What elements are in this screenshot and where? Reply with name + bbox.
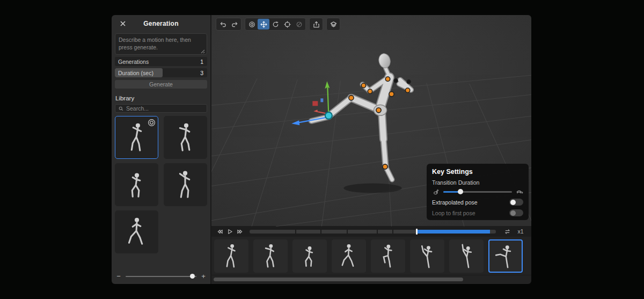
generation-panel: Generation Describe a motion here, then … (112, 15, 211, 284)
motion-thumbnail (124, 168, 150, 201)
timeline-frame[interactable] (332, 239, 366, 273)
timeline-playhead[interactable] (416, 229, 418, 235)
redo-icon[interactable] (229, 19, 240, 30)
timeline-segment-divider (320, 230, 321, 234)
rabbit-icon (432, 188, 440, 195)
library-item[interactable] (164, 116, 207, 159)
library-grid (115, 116, 207, 253)
transition-duration-slider-row (432, 188, 523, 195)
timeline-frame[interactable] (214, 239, 248, 273)
move-tool-icon[interactable] (258, 19, 269, 30)
play-button[interactable] (226, 228, 234, 236)
loop-first-pose-label: Loop to first pose (432, 210, 475, 216)
library-item[interactable] (115, 116, 158, 159)
generations-label: Generations (115, 59, 149, 65)
layers-icon[interactable] (327, 19, 339, 30)
duration-value: 3 (200, 70, 207, 76)
timeline-frame[interactable] (488, 239, 523, 273)
timeline-segment-divider (295, 230, 296, 234)
playback-speed[interactable]: x1 (514, 228, 527, 235)
loop-first-pose-toggle[interactable] (509, 209, 523, 216)
duration-field[interactable]: Duration (sec) 3 (115, 68, 207, 77)
viewport-toolbar (216, 18, 340, 31)
transition-duration-slider[interactable] (443, 191, 512, 193)
frame-thumbnail (259, 242, 282, 270)
search-icon (119, 106, 123, 111)
timeline-segment-divider (377, 230, 378, 234)
zoom-slider[interactable] (126, 276, 196, 277)
generation-panel-header: Generation (115, 15, 207, 32)
undo-icon[interactable] (217, 19, 229, 30)
timeline-hscroll-thumb[interactable] (214, 278, 463, 281)
loop-first-pose-row: Loop to first pose (432, 209, 523, 216)
motion-thumbnail (173, 121, 199, 154)
generations-value: 1 (200, 59, 207, 65)
motion-thumbnail (124, 121, 150, 154)
library-zoom-control: − + (116, 273, 206, 280)
zoom-slider-thumb[interactable] (190, 274, 195, 279)
transition-duration-label: Transition Duration (432, 179, 523, 186)
timeline-frame[interactable] (292, 239, 327, 273)
generate-button[interactable]: Generate (115, 80, 207, 89)
timeline-scrubber[interactable] (250, 230, 496, 234)
timeline-frame[interactable] (410, 239, 444, 273)
zoom-out-button[interactable]: − (116, 273, 121, 280)
turtle-icon (516, 188, 523, 195)
pivot-target-icon[interactable] (281, 19, 293, 30)
timeline-segment-divider (347, 230, 348, 234)
extrapolated-pose-toggle[interactable] (509, 199, 523, 206)
gizmo-blue-plane-handle[interactable] (320, 98, 323, 102)
extrapolated-pose-row: Extrapolated pose (432, 199, 523, 206)
frames-strip (211, 237, 531, 275)
library-item[interactable] (164, 163, 207, 206)
search-input[interactable]: Search... (115, 104, 207, 113)
fast-forward-button[interactable] (236, 228, 244, 236)
gizmo-y-axis[interactable] (327, 87, 328, 115)
frame-thumbnail (298, 242, 321, 270)
timeline-segment-divider (392, 230, 393, 234)
motion-thumbnail (173, 168, 199, 201)
panel-title: Generation (143, 20, 178, 27)
motion-thumbnail (124, 215, 150, 249)
loop-toggle-icon[interactable] (502, 227, 512, 236)
timeline-frame[interactable] (253, 239, 288, 273)
character-shadow (343, 184, 401, 193)
frame-thumbnail (220, 242, 243, 270)
frame-thumbnail (455, 242, 478, 270)
app-window: Generation Describe a motion here, then … (112, 15, 531, 284)
rewind-button[interactable] (216, 228, 224, 236)
transform-tool-group (245, 18, 306, 31)
transition-slider-thumb[interactable] (458, 189, 463, 194)
resize-grip-icon[interactable] (201, 48, 205, 53)
playback-bar: x1 (211, 226, 531, 237)
generations-field[interactable]: Generations 1 (115, 57, 207, 66)
timeline-frame[interactable] (449, 239, 484, 273)
record-badge-icon (148, 119, 156, 127)
record-keyframe-icon[interactable] (246, 19, 258, 30)
export-icon[interactable] (310, 19, 322, 30)
selected-joint[interactable] (325, 112, 332, 119)
rotate-tool-icon[interactable] (269, 19, 281, 30)
extrapolated-pose-label: Extrapolated pose (432, 199, 478, 206)
viewport-3d[interactable]: Key Settings Transition Duration Extr (211, 15, 531, 226)
library-item[interactable] (115, 210, 158, 253)
library-item[interactable] (115, 163, 158, 206)
frame-thumbnail (494, 242, 517, 270)
timeline-frame[interactable] (371, 239, 405, 273)
prompt-input[interactable]: Describe a motion here, then press gener… (115, 33, 207, 55)
frame-thumbnail (338, 242, 360, 270)
timeline-hscrollbar[interactable] (211, 275, 531, 284)
gizmo-red-plane-handle[interactable] (312, 101, 318, 106)
key-settings-panel: Key Settings Transition Duration Extr (427, 164, 529, 220)
zoom-in-button[interactable]: + (201, 273, 206, 280)
export-tool-group (309, 18, 323, 31)
close-icon[interactable] (119, 20, 127, 27)
timeline-progress (416, 230, 490, 234)
library-title: Library (115, 95, 207, 101)
frame-thumbnail (377, 242, 399, 270)
disabled-tool-icon (293, 19, 305, 30)
viewport-column: Key Settings Transition Duration Extr (211, 15, 531, 284)
duration-label: Duration (sec) (115, 70, 153, 76)
history-tool-group (216, 18, 241, 31)
prompt-placeholder: Describe a motion here, then press gener… (119, 37, 191, 50)
